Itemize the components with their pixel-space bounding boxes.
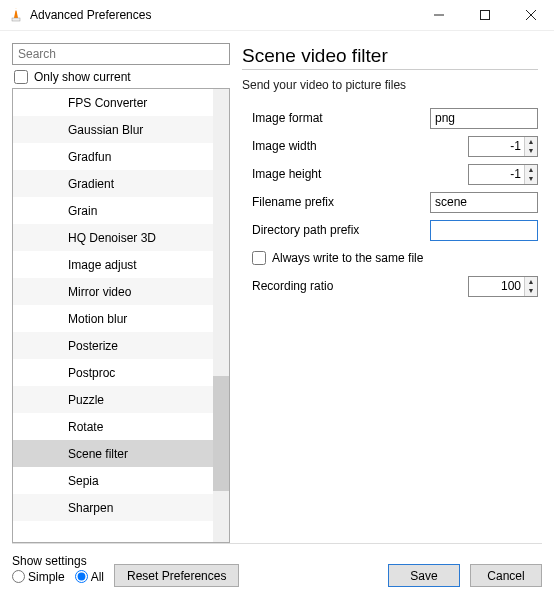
only-show-current-checkbox[interactable]: Only show current bbox=[12, 70, 230, 84]
tree-item[interactable]: Gradient bbox=[13, 170, 213, 197]
scrollbar-thumb[interactable] bbox=[213, 376, 229, 491]
recording-ratio-stepper[interactable]: ▲▼ bbox=[468, 276, 538, 297]
dir-prefix-label: Directory path prefix bbox=[242, 223, 430, 237]
always-write-label: Always write to the same file bbox=[272, 251, 423, 265]
tree-item[interactable]: Sepia bbox=[13, 467, 213, 494]
tree-item[interactable]: Sharpen bbox=[13, 494, 213, 521]
tree-item[interactable]: Posterize bbox=[13, 332, 213, 359]
image-height-input[interactable] bbox=[469, 165, 524, 184]
image-height-label: Image height bbox=[242, 167, 468, 181]
titlebar: Advanced Preferences bbox=[0, 0, 554, 31]
save-button[interactable]: Save bbox=[388, 564, 460, 587]
spin-up-icon[interactable]: ▲ bbox=[525, 137, 537, 147]
tree-item[interactable]: Puzzle bbox=[13, 386, 213, 413]
search-input[interactable] bbox=[12, 43, 230, 65]
left-pane: Only show current FPS ConverterGaussian … bbox=[12, 43, 230, 543]
tree-item[interactable]: Gradfun bbox=[13, 143, 213, 170]
image-format-label: Image format bbox=[242, 111, 430, 125]
simple-radio[interactable]: Simple bbox=[12, 570, 65, 584]
close-button[interactable] bbox=[508, 0, 554, 31]
image-width-input[interactable] bbox=[469, 137, 524, 156]
tree-item[interactable]: HQ Denoiser 3D bbox=[13, 224, 213, 251]
all-radio[interactable]: All bbox=[75, 570, 104, 584]
tree-item[interactable]: Grain bbox=[13, 197, 213, 224]
spin-down-icon[interactable]: ▼ bbox=[525, 146, 537, 156]
spin-down-icon[interactable]: ▼ bbox=[525, 174, 537, 184]
filter-tree: FPS ConverterGaussian BlurGradfunGradien… bbox=[12, 88, 230, 543]
right-pane: Scene video filter Send your video to pi… bbox=[238, 43, 542, 543]
svg-rect-1 bbox=[15, 9, 18, 11]
show-settings-label: Show settings bbox=[12, 554, 104, 568]
dir-prefix-input[interactable] bbox=[430, 220, 538, 241]
panel-subtitle: Send your video to picture files bbox=[242, 78, 538, 92]
footer: Show settings Simple All Reset Preferenc… bbox=[12, 543, 542, 587]
spin-up-icon[interactable]: ▲ bbox=[525, 165, 537, 175]
tree-item[interactable]: Gaussian Blur bbox=[13, 116, 213, 143]
recording-ratio-label: Recording ratio bbox=[242, 279, 468, 293]
spin-up-icon[interactable]: ▲ bbox=[525, 277, 537, 287]
svg-rect-3 bbox=[481, 11, 490, 20]
tree-item[interactable]: Scene filter bbox=[13, 440, 213, 467]
only-show-current-label: Only show current bbox=[34, 70, 131, 84]
filename-prefix-input[interactable] bbox=[430, 192, 538, 213]
scrollbar[interactable] bbox=[213, 89, 229, 542]
window-title: Advanced Preferences bbox=[30, 8, 416, 22]
tree-item[interactable]: Rotate bbox=[13, 413, 213, 440]
tree-item[interactable]: Image adjust bbox=[13, 251, 213, 278]
reset-preferences-button[interactable]: Reset Preferences bbox=[114, 564, 239, 587]
panel-title: Scene video filter bbox=[242, 45, 538, 67]
always-write-checkbox[interactable] bbox=[252, 251, 266, 265]
only-show-current-input[interactable] bbox=[14, 70, 28, 84]
divider bbox=[242, 69, 538, 70]
tree-item[interactable]: FPS Converter bbox=[13, 89, 213, 116]
maximize-button[interactable] bbox=[462, 0, 508, 31]
minimize-button[interactable] bbox=[416, 0, 462, 31]
tree-item[interactable]: Mirror video bbox=[13, 278, 213, 305]
filename-prefix-label: Filename prefix bbox=[242, 195, 430, 209]
cancel-button[interactable]: Cancel bbox=[470, 564, 542, 587]
image-height-stepper[interactable]: ▲▼ bbox=[468, 164, 538, 185]
svg-rect-0 bbox=[12, 18, 20, 21]
app-icon bbox=[8, 7, 24, 23]
tree-item[interactable]: Motion blur bbox=[13, 305, 213, 332]
recording-ratio-input[interactable] bbox=[469, 277, 524, 296]
image-width-stepper[interactable]: ▲▼ bbox=[468, 136, 538, 157]
spin-down-icon[interactable]: ▼ bbox=[525, 286, 537, 296]
image-width-label: Image width bbox=[242, 139, 468, 153]
show-settings-group: Show settings Simple All bbox=[12, 554, 104, 584]
tree-item[interactable]: Postproc bbox=[13, 359, 213, 386]
content: Only show current FPS ConverterGaussian … bbox=[0, 31, 554, 543]
image-format-input[interactable] bbox=[430, 108, 538, 129]
